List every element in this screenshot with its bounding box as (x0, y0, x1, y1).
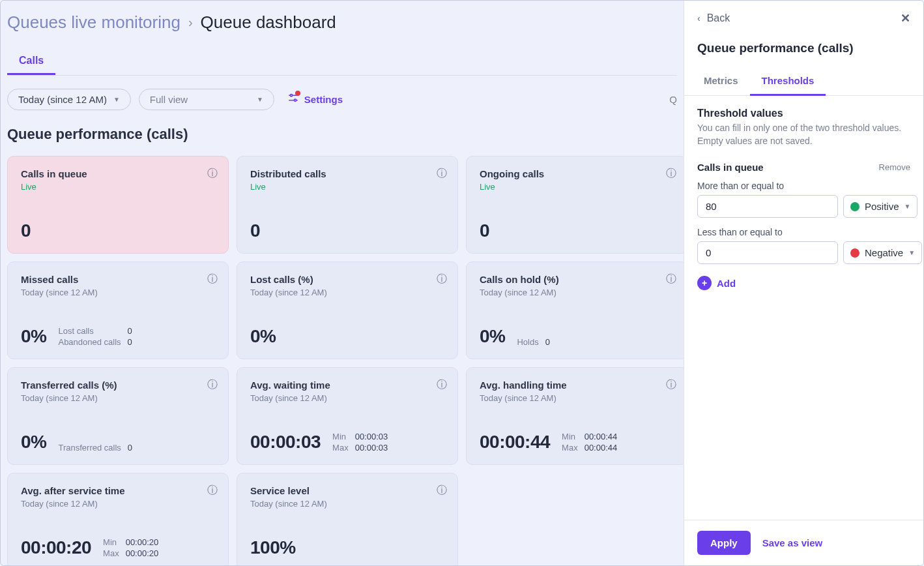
remove-link[interactable]: Remove (879, 162, 910, 172)
settings-button[interactable]: Settings (287, 92, 343, 107)
info-icon[interactable]: ⓘ (666, 167, 676, 181)
card-title: Ongoing calls (480, 168, 674, 179)
save-as-view-link[interactable]: Save as view (762, 537, 823, 548)
card-lost-calls-pct[interactable]: ⓘ Lost calls (%) Today (since 12 AM) 0% (237, 261, 458, 359)
tab-thresholds[interactable]: Thresholds (750, 67, 826, 96)
card-transferred-pct[interactable]: ⓘ Transferred calls (%) Today (since 12 … (7, 367, 229, 465)
chevron-right-icon: › (188, 15, 193, 30)
card-subtitle: Today (since 12 AM) (21, 393, 215, 403)
card-value: 0 (250, 220, 260, 241)
view-mode-select[interactable]: Full view ▼ (139, 89, 274, 110)
card-avg-handling[interactable]: ⓘ Avg. handling time Today (since 12 AM)… (466, 367, 684, 465)
chevron-down-icon: ▼ (908, 249, 915, 256)
card-title: Transferred calls (%) (21, 380, 215, 391)
card-subtitle: Today (since 12 AM) (250, 393, 444, 403)
sidebar-panel: ‹ Back ✕ Queue performance (calls) Metri… (684, 1, 923, 565)
info-icon[interactable]: ⓘ (207, 484, 218, 498)
card-distributed-calls[interactable]: ⓘ Distributed calls Live 0 (237, 156, 458, 254)
sidebar-footer: Apply Save as view (684, 520, 923, 565)
info-icon[interactable]: ⓘ (437, 167, 447, 181)
card-subtitle: Today (since 12 AM) (250, 288, 444, 297)
card-title: Avg. waiting time (250, 380, 444, 391)
card-title: Service level (250, 485, 444, 496)
chevron-left-icon: ‹ (697, 13, 700, 23)
card-value: 0 (21, 220, 31, 241)
card-subtitle: Live (480, 182, 674, 192)
card-value: 0 (480, 220, 489, 241)
card-avg-waiting[interactable]: ⓘ Avg. waiting time Today (since 12 AM) … (237, 367, 458, 465)
info-icon[interactable]: ⓘ (437, 484, 447, 498)
card-calls-on-hold-pct[interactable]: ⓘ Calls on hold (%) Today (since 12 AM) … (466, 261, 684, 359)
gte-label: More than or equal to (697, 181, 910, 191)
info-icon[interactable]: ⓘ (666, 273, 676, 286)
card-value: 00:00:44 (480, 432, 550, 453)
cards-grid: ⓘ Calls in queue Live 0 ⓘ Distributed ca… (7, 156, 677, 565)
threshold-help: You can fill in only one of the two thre… (697, 122, 910, 147)
card-subtitle: Live (250, 182, 444, 192)
card-subtitle: Today (since 12 AM) (250, 499, 444, 509)
breadcrumb: Queues live monitoring › Queue dashboard (7, 12, 677, 33)
info-icon[interactable]: ⓘ (207, 378, 218, 392)
card-subtitle: Today (since 12 AM) (480, 393, 674, 403)
card-subtitle: Live (21, 182, 215, 192)
toolbar: Today (since 12 AM) ▼ Full view ▼ Settin… (7, 89, 677, 110)
card-missed-calls[interactable]: ⓘ Missed calls Today (since 12 AM) 0% Lo… (7, 261, 229, 359)
gte-status-select[interactable]: Positive ▼ (843, 195, 917, 218)
primary-tabs: Calls (7, 48, 677, 76)
toolbar-right-truncated: Q (669, 94, 677, 105)
card-subtitle: Today (since 12 AM) (21, 288, 215, 297)
card-title: Calls on hold (%) (480, 274, 674, 285)
card-value: 0% (21, 432, 46, 453)
card-value: 0% (21, 326, 46, 347)
threshold-heading: Threshold values (697, 108, 910, 119)
close-icon[interactable]: ✕ (901, 11, 910, 25)
tab-metrics[interactable]: Metrics (692, 67, 750, 95)
card-mini-stats: Transferred calls0 (58, 443, 132, 453)
threshold-metric-row: Calls in queue Remove (697, 162, 910, 173)
info-icon[interactable]: ⓘ (207, 273, 218, 286)
gte-input[interactable] (697, 195, 838, 218)
card-title: Avg. handling time (480, 380, 674, 391)
sidebar-body: Threshold values You can fill in only on… (684, 96, 923, 520)
apply-button[interactable]: Apply (697, 531, 751, 555)
card-title: Avg. after service time (21, 485, 215, 496)
card-value: 100% (250, 537, 296, 558)
card-value: 00:00:03 (250, 432, 321, 453)
time-range-select[interactable]: Today (since 12 AM) ▼ (7, 89, 131, 110)
card-mini-stats: Min00:00:20 Max00:00:20 (103, 537, 158, 558)
status-dot-negative-icon (850, 248, 859, 258)
add-label: Add (717, 278, 736, 289)
lte-status-select[interactable]: Negative ▼ (843, 241, 922, 264)
info-icon[interactable]: ⓘ (437, 273, 447, 286)
lte-status-label: Negative (865, 247, 903, 258)
card-title: Distributed calls (250, 168, 444, 179)
card-avg-after-service[interactable]: ⓘ Avg. after service time Today (since 1… (7, 473, 229, 565)
tab-calls[interactable]: Calls (7, 48, 55, 75)
svg-point-2 (290, 95, 292, 97)
breadcrumb-current: Queue dashboard (201, 12, 336, 33)
card-mini-stats: Min00:00:44 Max00:00:44 (562, 432, 617, 453)
card-mini-stats: Lost calls0 Abandoned calls0 (58, 326, 132, 347)
back-label: Back (707, 12, 730, 24)
breadcrumb-previous[interactable]: Queues live monitoring (7, 12, 180, 33)
info-icon[interactable]: ⓘ (666, 378, 676, 392)
back-button[interactable]: ‹ Back (697, 12, 730, 24)
add-button[interactable]: + Add (697, 276, 736, 290)
lte-input[interactable] (697, 241, 838, 264)
sidebar-tabs: Metrics Thresholds (684, 67, 923, 96)
card-service-level[interactable]: ⓘ Service level Today (since 12 AM) 100% (237, 473, 458, 565)
card-mini-stats: Min00:00:03 Max00:00:03 (332, 432, 388, 453)
card-value: 0% (480, 326, 505, 347)
card-mini-stats: Holds0 (517, 337, 549, 347)
info-icon[interactable]: ⓘ (437, 378, 447, 392)
card-title: Lost calls (%) (250, 274, 444, 285)
card-subtitle: Today (since 12 AM) (21, 499, 215, 509)
info-icon[interactable]: ⓘ (207, 167, 218, 181)
lte-label: Less than or equal to (697, 227, 910, 237)
main-content: Queues live monitoring › Queue dashboard… (1, 1, 684, 565)
card-calls-in-queue[interactable]: ⓘ Calls in queue Live 0 (7, 156, 229, 254)
sidebar-title: Queue performance (calls) (684, 36, 923, 67)
settings-icon (287, 92, 299, 107)
card-ongoing-calls[interactable]: ⓘ Ongoing calls Live 0 (466, 156, 684, 254)
chevron-down-icon: ▼ (257, 96, 263, 103)
